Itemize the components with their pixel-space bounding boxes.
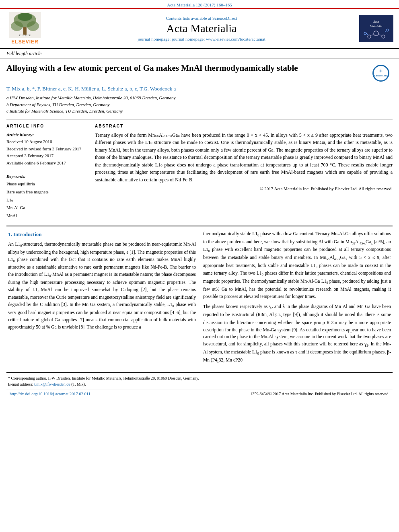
article-history: Article history: Received 10 August 2016… [6,131,87,167]
keyword-2: Rare earth free magnets [6,188,87,196]
page: Acta Materialia 128 (2017) 160–165 ELSEV… [0,0,399,532]
keyword-5: MnAl [6,212,87,220]
crossmark-icon: ✛CrossMark [372,65,389,82]
affiliation-c: c Institute for Materials Science, TU Dr… [6,108,393,115]
homepage-link[interactable]: journal homepage: www.elsevier.com/locat… [172,37,265,41]
affiliation-b: b Department of Physics, TU Dresden, Dre… [6,101,393,108]
body-para-3: The phases known respectively as γ2 and … [203,303,391,364]
elsevier-logo: ELSEVIER ELSEVIER [5,12,45,45]
elsevier-wordmark: ELSEVIER [11,39,38,45]
sciencedirect-link[interactable]: ScienceDirect [212,16,237,21]
affiliations: a IFW Dresden, Institute for Metallic Ma… [6,94,393,115]
keyword-1: Phase equilibria [6,180,87,188]
body-col-left: 1. Introduction An L10-structured, therm… [8,230,196,368]
keywords-section: Keywords: Phase equilibria Rare earth fr… [6,173,87,220]
body-col-right: thermodynamically stable L10 phase with … [203,230,391,368]
svg-text:Acta: Acta [372,20,379,24]
svg-point-3 [27,21,39,31]
abstract-text: Ternary alloys of the form Mn₅₅Al₄₅₋ₓGaₓ… [95,131,393,184]
article-info-col: ARTICLE INFO Article history: Received 1… [6,124,87,220]
keyword-4: Mn-Al-Ga [6,204,87,212]
email-link[interactable]: t.mix@ifw-dresden.de [34,382,70,386]
main-content: Alloying with a few atomic percent of Ga… [0,59,399,402]
journal-header: ELSEVIER ELSEVIER Contents lists availab… [0,8,399,48]
svg-point-2 [11,21,23,31]
body-para-2: thermodynamically stable L10 phase with … [203,230,391,300]
keywords-list: Phase equilibria Rare earth free magnets… [6,180,87,220]
footer-bar: http://dx.doi.org/10.1016/j.actamat.2017… [6,390,393,398]
footnote-corresponding: * Corresponding author. IFW Dresden, Ins… [8,375,391,381]
doi-link[interactable]: http://dx.doi.org/10.1016/j.actamat.2017… [10,392,90,396]
svg-text:Materialia: Materialia [370,25,382,28]
affiliation-a: a IFW Dresden, Institute for Metallic Ma… [6,94,393,101]
keyword-3: L1₀ [6,196,87,204]
body-columns: 1. Introduction An L10-structured, therm… [6,230,393,368]
journal-ref-bar: Acta Materialia 128 (2017) 160–165 [0,0,399,8]
journal-homepage: journal homepage: journal homepage: www.… [45,37,358,41]
article-title: Alloying with a few atomic percent of Ga… [6,63,298,74]
authors-line: T. Mix a, b, *, F. Bittner a, c, K.-H. M… [6,86,393,92]
abstract-heading: ABSTRACT [95,124,393,128]
abstract-col: ABSTRACT Ternary alloys of the form Mn₅₅… [95,124,393,220]
copyright-line: © 2017 Acta Materialia Inc. Published by… [95,186,393,191]
article-info-heading: ARTICLE INFO [6,124,87,128]
journal-ref: Acta Materialia 128 (2017) 160–165 [167,2,232,7]
svg-rect-4 [23,27,27,35]
body-para-1: An L10-structured, thermodynamically met… [8,241,196,331]
elsevier-tree-icon: ELSEVIER [9,12,41,38]
journal-center-info: Contents lists available at ScienceDirec… [45,16,358,41]
footnote-section: * Corresponding author. IFW Dresden, Ins… [6,372,393,387]
sciencedirect-text: Contents lists available at ScienceDirec… [45,16,358,21]
section1-title: 1. Introduction [8,230,196,238]
svg-rect-7 [359,15,393,42]
journal-title: Acta Materialia [45,22,358,35]
title-section: Alloying with a few atomic percent of Ga… [6,63,393,82]
journal-logo-right: Acta Materialia [358,15,394,42]
svg-text:ELSEVIER: ELSEVIER [19,34,31,37]
info-abstract-section: ARTICLE INFO Article history: Received 1… [6,119,393,220]
acta-materialia-logo-icon: Acta Materialia [359,15,393,42]
article-type: Full length article [0,48,399,59]
footnote-email: E-mail address: t.mix@ifw-dresden.de (T.… [8,381,391,387]
svg-point-5 [18,13,32,21]
crossmark-badge: ✛CrossMark [372,65,393,82]
issn-line: 1359-6454/© 2017 Acta Materialia Inc. Pu… [250,392,389,396]
body-divider [6,226,393,226]
